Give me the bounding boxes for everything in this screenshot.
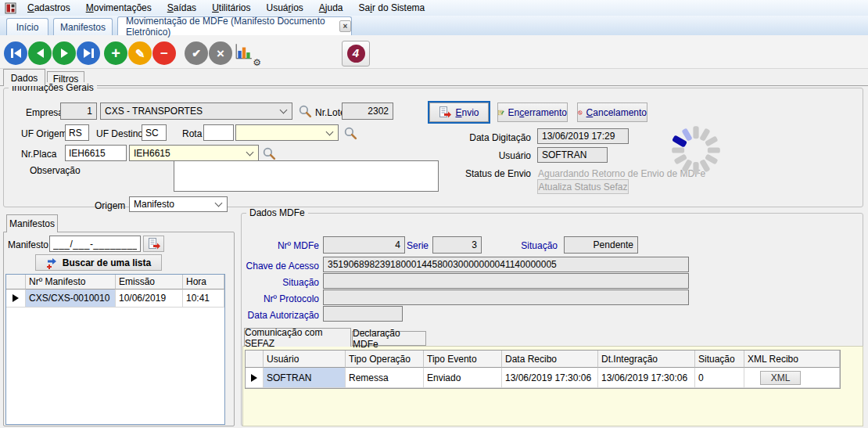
menu-item-sair-do-sistema[interactable]: Sair do Sistema xyxy=(351,0,433,16)
usuario-label: Usuário xyxy=(464,150,531,161)
current-row-icon xyxy=(13,294,19,302)
tab-manifestos-panel[interactable]: Manifestos xyxy=(6,214,58,232)
empresa-search-button[interactable] xyxy=(298,104,312,118)
close-tab-icon[interactable]: × xyxy=(339,20,351,32)
chevron-down-icon xyxy=(280,106,288,114)
nav-next-button[interactable] xyxy=(52,41,76,65)
menu-item-usuarios[interactable]: Usuários xyxy=(258,0,310,16)
manifesto-send-button[interactable] xyxy=(143,236,164,252)
prev-record-icon xyxy=(37,49,44,58)
manifesto-label: Manifesto xyxy=(8,239,48,250)
uf-destino-label: UF Destino xyxy=(96,128,143,139)
tab-comunicacao-sefaz[interactable]: Comunicação com SEFAZ xyxy=(244,328,351,347)
column-header-emissao[interactable]: Emissão xyxy=(116,275,183,290)
empresa-combobox[interactable]: CXS - TRANSPORTES xyxy=(100,103,292,120)
encerramento-button[interactable]: Encerramento xyxy=(497,103,568,122)
chave-acesso-field: 3519068982391800014458003000000004114000… xyxy=(323,257,689,272)
document-tab-bar: Início Manifestos Movimentação de MDFe (… xyxy=(0,16,868,35)
observacao-textarea[interactable] xyxy=(174,160,439,192)
placa-search-button[interactable] xyxy=(262,146,276,160)
status-envio-label: Status de Envio xyxy=(454,168,531,179)
search-icon xyxy=(262,146,276,160)
edit-record-button[interactable]: ✎ xyxy=(128,41,152,65)
nav-first-button[interactable] xyxy=(4,41,27,65)
gear-icon: ⚙ xyxy=(253,57,261,68)
loading-spinner-icon xyxy=(669,124,723,177)
column-header-tipo-evento[interactable]: Tipo Evento xyxy=(424,351,502,368)
chart-button[interactable]: ⚙ xyxy=(235,42,260,66)
column-header-xml-recibo[interactable]: XML Recibo xyxy=(744,351,840,368)
xml-recibo-button[interactable]: XML xyxy=(760,371,801,385)
column-header-tipo-operacao[interactable]: Tipo Operação xyxy=(346,351,424,368)
check-icon: ✔ xyxy=(192,48,201,59)
column-header-usuario[interactable]: Usuário xyxy=(264,351,346,368)
cancel-button[interactable]: × xyxy=(209,41,232,65)
cell-tipo-evento[interactable]: Enviado xyxy=(424,368,502,388)
observacao-label: Observação xyxy=(30,165,81,176)
column-header-nr-manifesto[interactable]: Nrº Manifesto xyxy=(26,275,116,290)
empresa-label: Empresa xyxy=(26,107,63,118)
search-icon xyxy=(343,126,357,140)
nrlote-label: Nr.Lote xyxy=(315,107,346,118)
menu-item-ajuda[interactable]: Ajuda xyxy=(311,0,351,16)
pick-from-list-icon xyxy=(46,257,59,269)
rota-combobox[interactable] xyxy=(235,124,339,141)
column-header-situacao[interactable]: Situação xyxy=(695,351,744,368)
tab-manifestos[interactable]: Manifestos xyxy=(53,18,113,35)
envio-button[interactable]: Envio xyxy=(429,103,489,122)
menu-item-saidas[interactable]: Saídas xyxy=(160,0,204,16)
tab-dados[interactable]: Dados xyxy=(3,69,45,86)
chevron-down-icon xyxy=(326,128,334,135)
cell-usuario[interactable]: SOFTRAN xyxy=(264,368,346,388)
toolbar: + ✎ − ✔ × ⚙ 4 xyxy=(0,35,868,69)
cell-hora[interactable]: 10:41 xyxy=(183,290,224,308)
cell-data-recibo[interactable]: 13/06/2019 17:30:06 xyxy=(502,368,598,388)
logo-button[interactable]: 4 xyxy=(342,41,370,67)
nr-placa-combobox[interactable]: IEH6615 xyxy=(129,145,259,161)
column-header-hora[interactable]: Hora xyxy=(183,275,224,290)
nav-last-button[interactable] xyxy=(77,41,100,65)
tab-inicio[interactable]: Início xyxy=(6,18,48,35)
minus-icon: − xyxy=(160,47,168,60)
data-digitacao-label: Data Digitação xyxy=(464,132,531,143)
x-icon: × xyxy=(217,47,224,60)
manifesto-mask-input[interactable] xyxy=(49,236,141,252)
situacao-field: Pendente xyxy=(564,236,638,254)
cell-tipo-operacao[interactable]: Remessa xyxy=(346,368,424,388)
nr-mdfe-label: Nrº MDFe xyxy=(250,240,319,251)
cell-dt-integracao[interactable]: 13/06/2019 17:30:06 xyxy=(598,368,695,388)
menu-item-movimentacoes[interactable]: Movimentações xyxy=(78,0,160,16)
rota-code-input[interactable] xyxy=(203,124,234,141)
groupbox-title: Dados MDFe xyxy=(246,207,308,218)
cell-nr-manifesto[interactable]: CXS/CXS-0010010 xyxy=(26,290,116,308)
menu-item-utilitarios[interactable]: Utilitários xyxy=(204,0,258,16)
origem-combobox[interactable]: Manifesto xyxy=(129,196,228,212)
uf-destino-input[interactable] xyxy=(142,124,167,141)
cancelamento-button[interactable]: Cancelamento xyxy=(577,103,647,122)
atualiza-status-sefaz-button[interactable]: Atualiza Status Sefaz xyxy=(537,179,629,194)
add-record-button[interactable]: + xyxy=(104,41,127,65)
confirm-button[interactable]: ✔ xyxy=(185,41,208,65)
tab-declaracao-mdfe[interactable]: Declaração MDFe xyxy=(352,331,426,346)
cell-emissao[interactable]: 10/06/2019 xyxy=(116,290,183,308)
chevron-down-icon xyxy=(246,148,254,156)
uf-origem-input[interactable] xyxy=(65,124,89,141)
tab-movimentacao-mdfe[interactable]: Movimentação de MDFe (Manifesto Document… xyxy=(117,16,352,35)
uf-origem-label: UF Origem xyxy=(21,128,67,139)
manifestos-grid: Nrº Manifesto Emissão Hora CXS/CXS-00100… xyxy=(5,274,225,425)
serie-field: 3 xyxy=(432,236,482,254)
rota-search-button[interactable] xyxy=(343,126,357,140)
nr-placa-input[interactable] xyxy=(65,145,127,161)
column-header-data-recibo[interactable]: Data Recibo xyxy=(502,351,598,368)
nav-prev-button[interactable] xyxy=(28,41,52,65)
buscar-lista-button[interactable]: Buscar de uma lista xyxy=(35,254,162,271)
nr-protocolo-field xyxy=(323,290,689,305)
column-header-dt-integracao[interactable]: Dt.Integração xyxy=(598,351,695,368)
sefaz-grid-row[interactable]: SOFTRAN Remessa Enviado 13/06/2019 17:30… xyxy=(246,368,840,388)
current-row-icon xyxy=(251,374,257,382)
cell-situacao[interactable]: 0 xyxy=(695,368,744,388)
menu-item-cadastros[interactable]: Cadastros xyxy=(20,0,78,16)
manifesto-grid-row[interactable]: CXS/CXS-0010010 10/06/2019 10:41 xyxy=(6,290,224,308)
sefaz-grid: Usuário Tipo Operação Tipo Evento Data R… xyxy=(245,350,841,389)
delete-record-button[interactable]: − xyxy=(152,41,176,65)
